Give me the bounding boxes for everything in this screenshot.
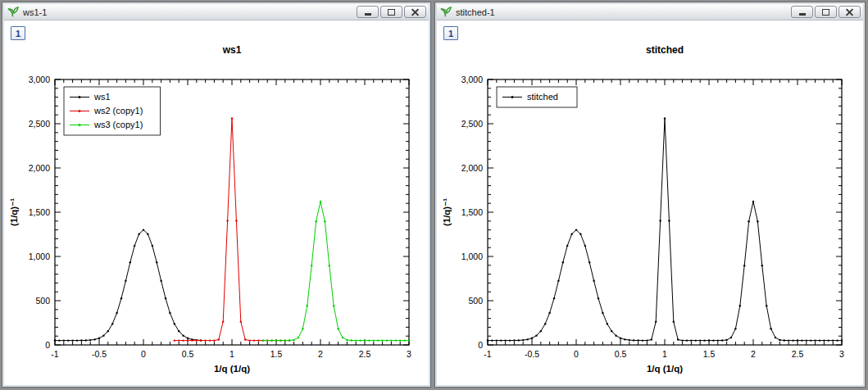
svg-text:-0.5: -0.5: [525, 349, 539, 359]
svg-text:2,000: 2,000: [29, 163, 50, 173]
svg-text:0.5: 0.5: [182, 349, 194, 359]
svg-text:1,500: 1,500: [461, 207, 483, 217]
svg-text:stitched: stitched: [527, 92, 558, 102]
svg-text:2,500: 2,500: [461, 119, 483, 129]
titlebar[interactable]: stitched-1: [437, 4, 863, 20]
svg-text:1,000: 1,000: [461, 252, 483, 261]
chart-svg: -1-0.500.511.522.5305001,0001,5002,0002,…: [437, 20, 863, 385]
maximize-icon: [388, 9, 395, 16]
minimize-icon: [799, 13, 806, 16]
chart-svg: -1-0.500.511.522.5305001,0001,5002,0002,…: [4, 20, 429, 385]
svg-text:ws1: ws1: [93, 92, 111, 102]
svg-text:0.5: 0.5: [615, 349, 627, 359]
minimize-button[interactable]: [357, 6, 379, 18]
svg-text:-0.5: -0.5: [92, 349, 107, 359]
maximize-icon: [822, 9, 829, 16]
svg-text:2,000: 2,000: [461, 163, 483, 173]
svg-text:0: 0: [141, 349, 146, 359]
svg-text:500: 500: [35, 296, 50, 306]
svg-text:0: 0: [45, 340, 50, 350]
window-ws1: ws1-1 -1-0.500.511.522.5305001,0001,5002…: [2, 2, 431, 388]
maximize-button[interactable]: [815, 6, 837, 18]
window-controls: [355, 6, 426, 18]
close-icon: [845, 7, 854, 16]
svg-text:3: 3: [407, 349, 411, 359]
x-axis-label: 1/q (1/q): [214, 364, 250, 374]
window-stitched: stitched-1 -1-0.500.511.522.5305001,0001…: [434, 2, 866, 388]
svg-text:0: 0: [478, 340, 483, 350]
svg-text:2: 2: [751, 349, 756, 359]
layer-button[interactable]: 1: [11, 26, 25, 40]
svg-text:1,000: 1,000: [29, 252, 50, 261]
svg-text:1: 1: [229, 349, 234, 359]
minimize-button[interactable]: [791, 6, 813, 18]
svg-text:500: 500: [468, 296, 483, 306]
svg-text:ws3 (copy1): ws3 (copy1): [93, 120, 143, 129]
svg-text:1.5: 1.5: [270, 349, 283, 359]
window-controls: [789, 6, 861, 18]
chart-title: stitched: [646, 44, 684, 56]
svg-text:ws2 (copy1): ws2 (copy1): [93, 106, 143, 116]
window-content: -1-0.500.511.522.5305001,0001,5002,0002,…: [4, 20, 429, 385]
svg-text:1,500: 1,500: [29, 207, 50, 217]
svg-text:2: 2: [318, 349, 323, 359]
svg-text:1: 1: [662, 349, 667, 359]
leaf-icon: [439, 6, 452, 18]
svg-text:3: 3: [839, 349, 844, 359]
layer-button[interactable]: 1: [443, 26, 458, 40]
close-button[interactable]: [838, 6, 861, 18]
svg-text:3,000: 3,000: [461, 75, 483, 84]
svg-text:-1: -1: [51, 349, 58, 359]
close-button[interactable]: [404, 6, 426, 18]
window-content: -1-0.500.511.522.5305001,0001,5002,0002,…: [437, 20, 863, 385]
y-axis-label: (1/q)⁻¹: [9, 198, 19, 226]
window-title: ws1-1: [23, 7, 47, 17]
svg-text:2.5: 2.5: [359, 349, 371, 359]
svg-text:2,500: 2,500: [29, 119, 50, 129]
desktop: ws1-1 -1-0.500.511.522.5305001,0001,5002…: [0, 0, 868, 390]
chart-ws1[interactable]: -1-0.500.511.522.5305001,0001,5002,0002,…: [4, 20, 429, 385]
svg-text:-1: -1: [484, 349, 491, 359]
svg-text:3,000: 3,000: [29, 75, 50, 84]
minimize-icon: [365, 13, 371, 16]
svg-text:1.5: 1.5: [703, 349, 716, 359]
chart-stitched[interactable]: -1-0.500.511.522.5305001,0001,5002,0002,…: [437, 20, 863, 385]
close-icon: [411, 7, 420, 16]
svg-text:0: 0: [574, 349, 579, 359]
maximize-button[interactable]: [380, 6, 402, 18]
y-axis-label: (1/q)⁻¹: [442, 198, 452, 226]
titlebar[interactable]: ws1-1: [4, 4, 429, 20]
svg-text:2.5: 2.5: [792, 349, 804, 359]
chart-title: ws1: [222, 44, 242, 56]
leaf-icon: [7, 6, 19, 18]
x-axis-label: 1/q (1/q): [647, 364, 683, 374]
window-title: stitched-1: [456, 7, 495, 17]
